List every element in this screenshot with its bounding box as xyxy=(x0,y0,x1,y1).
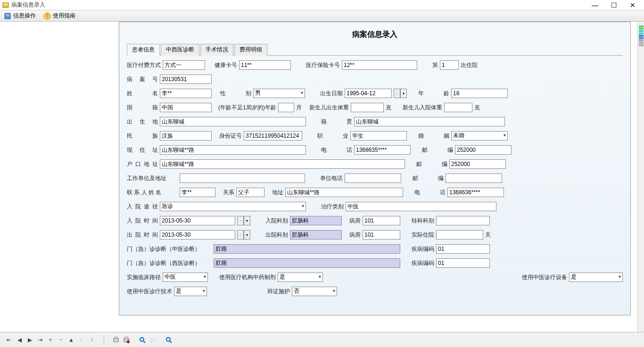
menu-guide[interactable]: ? 使用指南 xyxy=(43,12,75,20)
svg-text:?: ? xyxy=(46,14,49,19)
maximize-button[interactable]: ☐ xyxy=(604,1,623,9)
help-icon: ? xyxy=(43,12,51,20)
book-icon xyxy=(4,12,11,20)
app-icon xyxy=(2,1,9,9)
menu-label: 使用指南 xyxy=(53,12,75,20)
close-button[interactable]: ✕ xyxy=(623,1,642,9)
window-title: 病案信息录入 xyxy=(11,1,586,9)
svg-rect-4 xyxy=(6,16,9,16)
minimize-button[interactable]: — xyxy=(586,1,604,9)
titlebar: 病案信息录入 — ☐ ✕ xyxy=(0,0,644,10)
menu-label: 信息操作 xyxy=(13,12,36,20)
svg-rect-1 xyxy=(4,4,8,5)
menubar: 信息操作 ? 使用指南 xyxy=(0,10,644,22)
menu-info-ops[interactable]: 信息操作 xyxy=(4,12,36,20)
svg-rect-3 xyxy=(6,14,9,15)
svg-rect-0 xyxy=(3,3,8,8)
